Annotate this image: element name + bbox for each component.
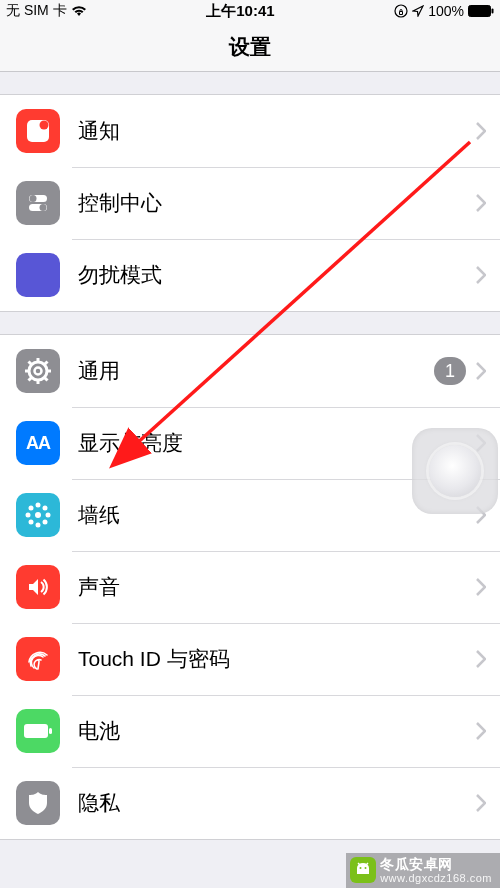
privacy-icon — [16, 781, 60, 825]
row-label: 通用 — [78, 357, 434, 385]
battery-icon — [468, 5, 494, 17]
general-icon — [16, 349, 60, 393]
row-label: 隐私 — [78, 789, 476, 817]
svg-point-22 — [26, 513, 31, 518]
row-touchid[interactable]: Touch ID 与密码 — [0, 623, 500, 695]
display-icon: AA — [16, 421, 60, 465]
row-general[interactable]: 通用 1 — [0, 335, 500, 407]
row-battery[interactable]: 电池 — [0, 695, 500, 767]
nav-bar: 设置 — [0, 22, 500, 72]
status-left: 无 SIM 卡 — [6, 2, 87, 20]
notifications-icon — [16, 109, 60, 153]
sim-status: 无 SIM 卡 — [6, 2, 67, 20]
chevron-right-icon — [476, 578, 486, 596]
row-notifications[interactable]: 通知 — [0, 95, 500, 167]
svg-rect-28 — [24, 724, 48, 738]
svg-rect-29 — [49, 728, 52, 734]
svg-point-21 — [36, 523, 41, 528]
touchid-icon — [16, 637, 60, 681]
chevron-right-icon — [476, 650, 486, 668]
settings-group-2: 通用 1 AA 显示与亮度 墙纸 声音 Touch ID 与密码 — [0, 334, 500, 840]
svg-point-10 — [35, 368, 42, 375]
dnd-icon — [16, 253, 60, 297]
svg-rect-2 — [491, 9, 493, 14]
svg-point-9 — [29, 362, 47, 380]
control-center-icon — [16, 181, 60, 225]
svg-line-15 — [29, 362, 32, 365]
display-icon-text: AA — [26, 433, 50, 454]
svg-rect-1 — [468, 6, 490, 17]
svg-point-8 — [40, 204, 47, 211]
assistive-touch[interactable] — [412, 428, 498, 514]
battery-percent: 100% — [428, 3, 464, 19]
chevron-right-icon — [476, 722, 486, 740]
assistive-touch-inner — [429, 445, 481, 497]
row-label: 勿扰模式 — [78, 261, 476, 289]
watermark: 冬瓜安卓网 www.dgxcdz168.com — [346, 853, 500, 888]
status-right: 100% — [394, 3, 494, 19]
svg-point-4 — [40, 121, 49, 130]
svg-point-19 — [35, 512, 41, 518]
wallpaper-icon — [16, 493, 60, 537]
row-label: 声音 — [78, 573, 476, 601]
orientation-lock-icon — [394, 4, 408, 18]
chevron-right-icon — [476, 194, 486, 212]
svg-line-16 — [45, 378, 48, 381]
svg-point-24 — [29, 506, 34, 511]
svg-point-6 — [30, 195, 37, 202]
row-sound[interactable]: 声音 — [0, 551, 500, 623]
svg-point-23 — [46, 513, 51, 518]
row-label: 控制中心 — [78, 189, 476, 217]
svg-point-25 — [43, 506, 48, 511]
row-label: 电池 — [78, 717, 476, 745]
chevron-right-icon — [476, 122, 486, 140]
row-control-center[interactable]: 控制中心 — [0, 167, 500, 239]
svg-line-33 — [358, 863, 360, 865]
status-bar: 无 SIM 卡 上午10:41 100% — [0, 0, 500, 22]
svg-point-27 — [43, 520, 48, 525]
row-label: Touch ID 与密码 — [78, 645, 476, 673]
sound-icon — [16, 565, 60, 609]
watermark-url: www.dgxcdz168.com — [380, 872, 492, 884]
page-title: 设置 — [229, 33, 271, 61]
svg-point-32 — [365, 867, 367, 869]
svg-point-31 — [360, 867, 362, 869]
row-label: 通知 — [78, 117, 476, 145]
wifi-icon — [71, 5, 87, 17]
svg-line-17 — [29, 378, 32, 381]
watermark-icon — [350, 857, 376, 883]
svg-point-20 — [36, 503, 41, 508]
location-icon — [412, 5, 424, 17]
svg-line-18 — [45, 362, 48, 365]
settings-group-1: 通知 控制中心 勿扰模式 — [0, 94, 500, 312]
status-time: 上午10:41 — [206, 2, 274, 21]
battery-row-icon — [16, 709, 60, 753]
svg-line-34 — [366, 863, 368, 865]
chevron-right-icon — [476, 362, 486, 380]
watermark-brand: 冬瓜安卓网 — [380, 857, 492, 872]
badge: 1 — [434, 357, 466, 385]
chevron-right-icon — [476, 794, 486, 812]
svg-point-26 — [29, 520, 34, 525]
row-dnd[interactable]: 勿扰模式 — [0, 239, 500, 311]
chevron-right-icon — [476, 266, 486, 284]
row-privacy[interactable]: 隐私 — [0, 767, 500, 839]
